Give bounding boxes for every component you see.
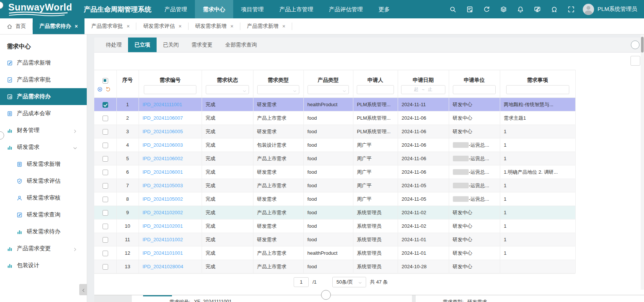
row-checkbox[interactable]: [103, 156, 108, 162]
status-tab[interactable]: 全部需求查询: [219, 38, 263, 52]
nav-item[interactable]: 项目管理: [233, 0, 271, 18]
column-settings-button[interactable]: [630, 56, 640, 66]
window-tab[interactable]: 首页: [0, 18, 33, 34]
nav-item[interactable]: 更多: [371, 0, 398, 18]
screen-edit-icon[interactable]: [534, 6, 541, 13]
sidebar-item[interactable]: 研发需求审核: [0, 189, 87, 206]
sidebar-item[interactable]: 产品需求新增: [0, 54, 87, 71]
page-size-select[interactable]: 50条/页: [332, 277, 366, 287]
vertical-scrollbar[interactable]: [641, 35, 644, 290]
sidebar-item[interactable]: 包装设计: [0, 257, 87, 274]
status-tab[interactable]: 需求变更: [185, 38, 219, 52]
filter-input-subject[interactable]: [506, 85, 569, 94]
close-icon[interactable]: ×: [127, 23, 130, 29]
scrollbar-thumb[interactable]: [641, 37, 644, 53]
sidebar-item[interactable]: 研发需求: [0, 139, 87, 156]
window-tab[interactable]: 产品需求待办×: [33, 18, 84, 34]
close-icon[interactable]: ×: [282, 23, 285, 29]
row-checkbox[interactable]: [103, 264, 108, 270]
row-checkbox[interactable]: [103, 237, 108, 243]
table-row[interactable]: 7IPD_20241105003完成产品上市需求food周广平2024-11-0…: [94, 179, 575, 192]
sidebar-item[interactable]: 产品需求变更: [0, 240, 87, 257]
layers-icon[interactable]: [500, 6, 507, 13]
window-tab[interactable]: 研发需求评估×: [136, 18, 188, 34]
requirement-link[interactable]: IPD_20241102001: [143, 223, 183, 229]
row-checkbox[interactable]: [103, 224, 108, 229]
sidebar-collapse-button[interactable]: [79, 284, 87, 295]
status-tab[interactable]: 已立项: [128, 38, 157, 52]
filter-select-product[interactable]: [308, 85, 349, 94]
page-number-input[interactable]: [294, 277, 309, 287]
form-icon[interactable]: [466, 6, 473, 13]
requirement-link[interactable]: IPD_20241106002: [143, 156, 183, 161]
column-header-type[interactable]: 需求类型: [253, 70, 303, 84]
sidebar-item[interactable]: 研发需求新增: [0, 156, 87, 173]
requirement-link[interactable]: IPD_20241106003: [143, 142, 183, 148]
select-all-checkbox[interactable]: [103, 78, 108, 84]
bell-icon[interactable]: [517, 6, 524, 13]
fullscreen-icon[interactable]: [568, 6, 575, 13]
row-checkbox[interactable]: [103, 183, 108, 189]
table-row[interactable]: 12IPD_20241101001完成产品上市需求healthProduct系统…: [94, 246, 575, 260]
row-checkbox[interactable]: [103, 116, 108, 121]
column-header-applicant[interactable]: 申请人: [353, 70, 398, 84]
sidebar-item[interactable]: 研发需求评估: [0, 173, 87, 189]
sidebar-item[interactable]: 财务管理: [0, 122, 87, 139]
row-checkbox[interactable]: [103, 129, 108, 135]
table-row[interactable]: 3IPD_20241106005完成研发需求foodPLM系统管理...2024…: [94, 125, 575, 138]
prev-page-button[interactable]: [282, 278, 290, 286]
column-header-id[interactable]: 需求编号: [139, 70, 202, 84]
splitter-handle[interactable]: [321, 290, 331, 300]
requirement-link[interactable]: IPD_20241101002: [143, 237, 183, 242]
close-icon[interactable]: ×: [178, 23, 181, 29]
requirement-link[interactable]: IPD_20241106007: [143, 115, 183, 121]
requirement-link[interactable]: IPD_20241106005: [143, 129, 183, 134]
collapse-filter-button[interactable]: [631, 41, 639, 49]
sidebar-item[interactable]: 研发需求查询: [0, 206, 87, 223]
table-row[interactable]: 8IPD_20241105002完成研发需求food周广平2024-11-05-…: [94, 192, 575, 206]
requirement-link[interactable]: IPD_20241105002: [143, 196, 183, 202]
logo[interactable]: SunwayWorld: [8, 2, 74, 17]
window-tab[interactable]: 产品需求新增×: [240, 18, 292, 34]
window-tab[interactable]: 研发需求新增×: [189, 18, 240, 34]
column-header-product[interactable]: 产品类型: [303, 70, 353, 84]
column-header-unit[interactable]: 申请单位: [449, 70, 500, 84]
sidebar-item[interactable]: 产品成本会审: [0, 105, 87, 122]
user-menu[interactable]: PLM系统管理员: [583, 4, 637, 15]
table-row[interactable]: 5IPD_20241106002完成产品上市需求food周广平2024-11-0…: [94, 152, 575, 165]
filter-select-status[interactable]: [206, 85, 249, 94]
horizontal-splitter[interactable]: [94, 290, 644, 295]
requirement-link[interactable]: IPD_20241102002: [143, 210, 183, 215]
requirement-link[interactable]: IPD_20241111001: [143, 102, 182, 107]
table-row[interactable]: 10IPD_20241102001完成研发需求food系统管理员2024-11-…: [94, 219, 575, 233]
refresh-icon[interactable]: [483, 6, 490, 13]
row-checkbox[interactable]: [103, 143, 108, 148]
undo-icon[interactable]: [106, 87, 111, 92]
row-checkbox[interactable]: [103, 251, 108, 256]
row-checkbox[interactable]: [103, 210, 108, 216]
filter-input-applicant[interactable]: [357, 85, 394, 94]
row-checkbox[interactable]: [103, 197, 108, 202]
sidebar-item[interactable]: 产品需求审批: [0, 71, 87, 88]
filter-input-unit[interactable]: [453, 85, 495, 94]
nav-item[interactable]: 产品管理: [157, 0, 195, 18]
table-row[interactable]: 1IPD_20241111001完成研发需求healthProductPLM系统…: [94, 98, 575, 111]
circle-x-icon[interactable]: [97, 87, 103, 92]
status-tab[interactable]: 待处理: [100, 38, 128, 52]
requirement-link[interactable]: IPD_20241105003: [143, 183, 183, 188]
nav-item[interactable]: 产品评估管理: [321, 0, 371, 18]
column-header-subject[interactable]: 需求事项: [500, 70, 575, 84]
filter-select-type[interactable]: [257, 85, 299, 94]
search-icon[interactable]: [449, 6, 456, 13]
filter-daterange-date[interactable]: 起~止: [401, 85, 446, 94]
requirement-link[interactable]: IPD_20241101001: [143, 250, 183, 256]
close-icon[interactable]: ×: [75, 23, 78, 29]
table-row[interactable]: 13IPD_20241028004完成产品上市需求food系统管理员2024-1…: [94, 260, 575, 273]
table-row[interactable]: 11IPD_20241101002完成研发需求food系统管理员2024-11-…: [94, 233, 575, 246]
column-header-status[interactable]: 需求状态: [202, 70, 253, 84]
table-row[interactable]: 9IPD_20241102002完成产品上市需求food系统管理员2024-11…: [94, 206, 575, 219]
filter-input-id[interactable]: [144, 85, 196, 94]
status-tab[interactable]: 已关闭: [157, 38, 185, 52]
sidebar-item[interactable]: 研发需求待办: [0, 223, 87, 240]
table-row[interactable]: 6IPD_20241106001完成研发需求food周广平2024-11-06-…: [94, 165, 575, 179]
